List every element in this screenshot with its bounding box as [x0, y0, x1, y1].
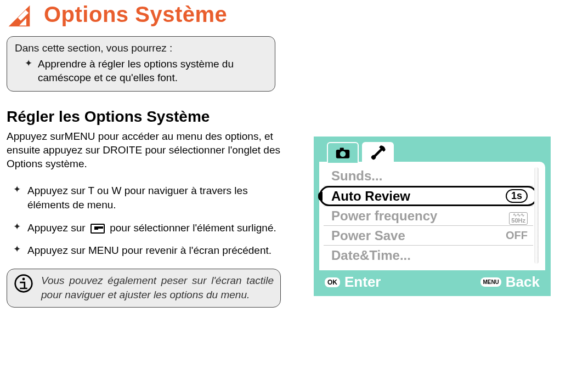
bullet-item: ✦ Appuyez sur pour sélectionner l'élémen… [7, 217, 286, 240]
menu-label: Date&Time... [331, 248, 411, 263]
bullet-text-part: Appuyez sur [27, 222, 86, 234]
intro-box: Dans cette section, vous pourrez : ✦ App… [7, 36, 275, 92]
star-bullet-icon: ✦ [25, 58, 32, 84]
bullet-text: Appuyez sur pour sélectionner l'élément … [27, 221, 286, 235]
record-button-icon [90, 224, 105, 234]
lcd-screen: Sunds... Auto Review 1s Power frequency [314, 137, 551, 296]
page-header: Options Système [7, 3, 572, 29]
menu-value: OFF [506, 229, 528, 242]
section-paragraph: Appuyez surMENU pour accéder au menu des… [7, 130, 286, 171]
ok-chip: OK [325, 277, 340, 287]
lcd-footer: OK Enter MENU Back [319, 270, 545, 291]
section-title: Régler les Options Système [7, 108, 572, 126]
lcd-tabs [319, 142, 545, 163]
menu-value: ∿∿∿50Hz [509, 207, 528, 225]
star-bullet-icon: ✦ [13, 221, 21, 235]
svg-point-8 [22, 278, 25, 281]
footer-back[interactable]: MENU Back [480, 274, 540, 291]
menu-item-sounds[interactable]: Sunds... [324, 166, 533, 186]
menu-label: Power frequency [331, 208, 437, 224]
menu-item-power-frequency[interactable]: Power frequency ∿∿∿50Hz [324, 206, 533, 225]
lcd-preview: Sunds... Auto Review 1s Power frequency [314, 137, 551, 296]
menu-list: Sunds... Auto Review 1s Power frequency [324, 166, 533, 265]
intro-lead: Dans cette section, vous pourrez : [15, 42, 267, 54]
bullet-item: ✦ Appuyez sur MENU pour revenir à l'écra… [7, 239, 286, 262]
svg-point-7 [15, 275, 32, 292]
star-bullet-icon: ✦ [13, 184, 21, 212]
menu-chip: MENU [480, 277, 501, 287]
footer-enter-label: Enter [344, 274, 381, 291]
menu-label: Auto Review [331, 189, 410, 204]
tab-system-settings[interactable] [362, 142, 394, 163]
info-icon [14, 274, 33, 293]
left-column: Appuyez surMENU pour accéder au menu des… [7, 128, 286, 308]
bullet-text-part: pour sélectionner l'élément surligné. [110, 222, 276, 234]
lcd-panel: Sunds... Auto Review 1s Power frequency [319, 162, 545, 270]
tip-text: Vous pouvez également peser sur l'écran … [41, 274, 274, 302]
arrow-down-right-icon [7, 3, 32, 29]
content-columns: Appuyez surMENU pour accéder au menu des… [7, 128, 572, 308]
menu-value: 1s [506, 189, 528, 203]
menu-label: Sunds... [331, 168, 382, 184]
intro-item-text: Apprendre à régler les options système d… [38, 58, 267, 84]
star-bullet-icon: ✦ [13, 243, 21, 258]
bullet-item: ✦ Appuyez sur T ou W pour naviguer à tra… [7, 179, 286, 216]
tip-box: Vous pouvez également peser sur l'écran … [7, 269, 281, 308]
svg-point-11 [340, 151, 346, 157]
scrollbar[interactable] [534, 167, 539, 264]
footer-back-label: Back [506, 274, 540, 291]
page-title: Options Système [44, 2, 227, 27]
svg-rect-10 [340, 148, 344, 150]
menu-item-power-save[interactable]: Power Save OFF [324, 225, 533, 245]
menu-item-auto-review[interactable]: Auto Review 1s [324, 186, 533, 206]
bullet-text: Appuyez sur MENU pour revenir à l'écran … [27, 243, 286, 258]
menu-item-date-time[interactable]: Date&Time... [324, 245, 533, 265]
bullet-list: ✦ Appuyez sur T ou W pour naviguer à tra… [7, 179, 286, 262]
footer-enter[interactable]: OK Enter [325, 274, 381, 291]
tab-camera[interactable] [327, 142, 359, 163]
bullet-text: Appuyez sur T ou W pour naviguer à trave… [27, 184, 286, 212]
menu-label: Power Save [331, 228, 405, 243]
hz-chip: ∿∿∿50Hz [509, 212, 528, 225]
intro-item: ✦ Apprendre à régler les options système… [15, 58, 267, 84]
camera-icon [335, 145, 350, 161]
selection-knob-icon [318, 192, 323, 201]
tools-icon [370, 145, 386, 161]
